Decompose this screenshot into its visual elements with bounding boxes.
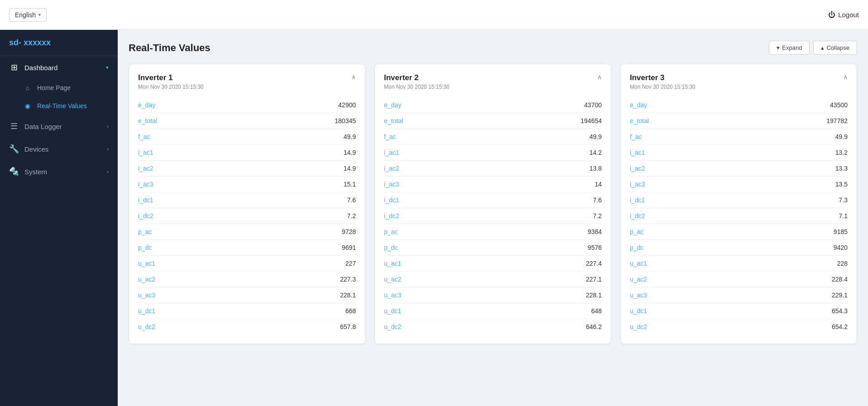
table-row: u_ac1228 [630,256,848,272]
data-value: 227.1 [586,276,602,283]
data-value: 228.1 [586,291,602,299]
data-key: p_dc [384,244,398,251]
data-key: i_dc1 [630,196,645,204]
data-key: p_ac [384,228,398,235]
table-row: i_ac314 [384,177,602,192]
inverter-title-block-1: Inverter 1Mon Nov 30 2020 15:15:30 [138,73,204,90]
data-key: i_ac3 [138,181,153,188]
data-key: u_ac2 [384,276,401,283]
sidebar-item-label: System [24,168,101,176]
data-value: 227.4 [586,260,602,267]
page-title: Real-Time Values [129,42,211,54]
inverter-collapse-button-1[interactable]: ∧ [351,73,356,81]
sidebar-item-dashboard[interactable]: ⊞ Dashboard ▾ [0,56,118,79]
data-key: u_dc2 [630,323,647,330]
data-key: e_day [630,101,647,109]
data-key: f_ac [630,133,642,140]
table-row: u_dc2657.8 [138,319,356,334]
data-value: 13.2 [835,149,848,156]
data-value: 13.8 [590,165,602,172]
sidebar-item-data-logger[interactable]: ☰ Data Logger › [0,115,118,138]
logo-suffix: xxxxxx [21,38,51,47]
sidebar-item-system[interactable]: 🔩 System › [0,160,118,183]
data-value: 180345 [335,117,356,124]
data-value: 197782 [826,117,848,124]
data-value: 7.6 [347,196,356,204]
data-value: 648 [591,307,602,315]
data-value: 227.3 [340,276,356,283]
sidebar-item-real-time-values[interactable]: ◉ Real-Time Values [0,97,118,115]
data-value: 7.2 [593,212,602,220]
data-value: 7.6 [593,196,602,204]
data-key: i_ac1 [630,149,645,156]
inverter-title-3: Inverter 3 [630,73,695,82]
data-key: i_ac1 [138,149,153,156]
data-key: e_total [630,117,649,124]
table-row: u_dc2646.2 [384,319,602,334]
table-row: i_dc27.2 [384,208,602,224]
data-key: f_ac [138,133,150,140]
table-row: i_ac114.2 [384,145,602,161]
sidebar-item-devices[interactable]: 🔧 Devices › [0,138,118,160]
data-value: 9691 [342,244,356,251]
table-row: i_ac214.9 [138,161,356,177]
expand-label: Expand [782,44,802,51]
inverter-card-1: Inverter 1Mon Nov 30 2020 15:15:30∧e_day… [129,64,365,344]
wrench-icon: 🔧 [9,144,19,154]
sidebar-item-home-page[interactable]: ⌂ Home Page [0,79,118,97]
data-value: 9420 [834,244,848,251]
inverter-card-2: Inverter 2Mon Nov 30 2020 15:15:30∧e_day… [374,64,611,344]
data-value: 9185 [834,228,848,235]
data-key: e_day [384,101,401,109]
data-key: f_ac [384,133,396,140]
table-row: u_dc2654.2 [630,319,848,334]
data-value: 9576 [588,244,602,251]
data-value: 14 [595,181,602,188]
grid-icon: ⊞ [9,62,19,72]
home-icon: ⌂ [24,84,32,91]
sidebar-item-label: Devices [24,145,101,153]
table-row: i_ac315.1 [138,177,356,192]
power-icon: ⏻ [828,11,835,19]
data-value: 49.9 [344,133,356,140]
data-value: 9728 [342,228,356,235]
data-key: i_ac2 [384,165,399,172]
table-row: u_ac2228.4 [630,272,848,287]
data-key: i_ac2 [138,165,153,172]
data-key: e_total [384,117,403,124]
table-row: u_ac3229.1 [630,287,848,303]
inverter-header-1: Inverter 1Mon Nov 30 2020 15:15:30∧ [138,73,356,90]
page-header: Real-Time Values ▾ Expand ▴ Collapse [129,41,857,55]
data-value: 43700 [584,101,602,109]
data-value: 654.2 [832,323,848,330]
data-value: 14.9 [344,165,356,172]
data-value: 42900 [338,101,356,109]
language-selector[interactable]: English ▾ [9,8,47,22]
collapse-label: Collapse [826,44,849,51]
table-row: u_ac1227 [138,256,356,272]
table-row: p_ac9185 [630,224,848,240]
chevron-up-icon: ▴ [821,44,824,51]
circle-icon: ◉ [24,102,32,110]
data-key: i_ac3 [384,181,399,188]
collapse-button[interactable]: ▴ Collapse [813,41,857,55]
expand-button[interactable]: ▾ Expand [769,41,810,55]
data-key: p_ac [630,228,643,235]
inverter-collapse-button-2[interactable]: ∧ [597,73,602,81]
inverter-collapse-button-3[interactable]: ∧ [843,73,848,81]
inverter-timestamp-3: Mon Nov 30 2020 15:15:30 [630,84,695,90]
table-row: p_dc9420 [630,240,848,256]
data-value: 646.2 [586,323,602,330]
data-key: u_dc1 [630,307,647,315]
logout-button[interactable]: ⏻ Logout [828,11,859,19]
table-row: e_day43700 [384,97,602,113]
chevron-down-icon: ▾ [777,44,780,51]
sidebar-sub-label: Home Page [37,84,71,91]
inverter-title-block-2: Inverter 2Mon Nov 30 2020 15:15:30 [384,73,450,90]
table-row: e_total194654 [384,113,602,129]
data-key: i_dc1 [384,196,399,204]
data-key: e_total [138,117,157,124]
table-row: f_ac49.9 [138,129,356,145]
data-value: 228.1 [340,291,356,299]
table-row: e_total180345 [138,113,356,129]
